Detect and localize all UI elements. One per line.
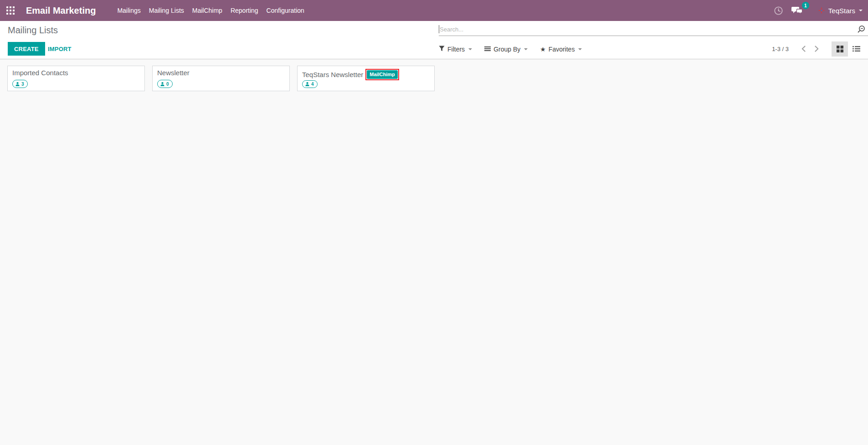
search-options: Filters Group By ★ Favorites [439, 42, 582, 56]
card-title: Imported Contacts [12, 69, 68, 77]
favorites-dropdown[interactable]: ★ Favorites [540, 46, 582, 53]
list-view-button[interactable] [848, 41, 864, 57]
contacts-count: 3 [21, 82, 24, 87]
star-icon: ★ [540, 46, 546, 52]
contacts-count-badge: 4 [302, 80, 318, 88]
chevron-down-icon [859, 10, 863, 11]
import-button[interactable]: IMPORT [42, 42, 77, 56]
filters-dropdown[interactable]: Filters [439, 46, 472, 53]
mailing-list-card-teqstars-newsletter[interactable]: TeqStars Newsletter MailChimp 4 [297, 66, 435, 91]
kanban-view-icon [837, 46, 843, 52]
favorites-label: Favorites [549, 46, 575, 53]
messages-count-badge: 1 [802, 2, 809, 9]
navbar-right: 1 TeqStars [774, 6, 863, 16]
mailing-list-card-imported-contacts[interactable]: Imported Contacts 3 [7, 66, 145, 91]
group-by-label: Group By [493, 46, 520, 53]
control-panel: Mailing Lists CREATE IMPORT Filters [0, 21, 868, 59]
kanban-view: Imported Contacts 3 Newsletter 0 TeqStar… [0, 59, 868, 91]
person-icon [160, 82, 164, 86]
top-navbar: Email Marketing Mailings Mailing Lists M… [0, 0, 868, 21]
menu-item-mailing-lists[interactable]: Mailing Lists [145, 0, 188, 21]
menu-item-mailchimp[interactable]: MailChimp [188, 0, 226, 21]
apps-menu-icon[interactable] [6, 6, 15, 15]
person-icon [305, 82, 309, 86]
person-icon [15, 82, 20, 86]
user-avatar-icon [818, 7, 825, 14]
pager-next-button[interactable] [810, 44, 823, 54]
chevron-down-icon [578, 48, 582, 50]
view-switcher [832, 41, 864, 57]
contacts-count: 4 [311, 82, 314, 87]
search-input[interactable] [440, 23, 854, 36]
mailing-list-card-newsletter[interactable]: Newsletter 0 [152, 66, 290, 91]
user-menu[interactable]: TeqStars [818, 7, 863, 15]
kanban-view-button[interactable] [832, 41, 848, 57]
control-panel-row: CREATE IMPORT Filters Group By [0, 42, 868, 56]
chevron-down-icon [524, 48, 528, 50]
page-title: Mailing Lists [8, 25, 58, 36]
text-cursor [439, 25, 439, 33]
pager-range: 1-3 / 3 [772, 46, 789, 52]
chevron-down-icon [468, 48, 472, 50]
menu-item-configuration[interactable]: Configuration [262, 0, 308, 21]
mailchimp-tag-badge[interactable]: MailChimp [367, 70, 398, 79]
group-by-dropdown[interactable]: Group By [484, 46, 528, 53]
filters-label: Filters [447, 46, 465, 53]
contacts-count: 0 [166, 82, 169, 87]
activities-clock-icon[interactable] [774, 6, 783, 16]
contacts-count-badge: 3 [12, 80, 28, 88]
pager: 1-3 / 3 [772, 41, 864, 57]
group-by-icon [484, 46, 491, 53]
main-menu: Mailings Mailing Lists MailChimp Reporti… [113, 0, 308, 21]
messages-icon[interactable]: 1 [791, 6, 803, 15]
pager-previous-button[interactable] [797, 44, 810, 54]
card-title: TeqStars Newsletter [302, 71, 363, 78]
contacts-count-badge: 0 [157, 80, 173, 88]
filter-funnel-icon [439, 46, 445, 53]
user-name: TeqStars [828, 7, 855, 15]
menu-item-reporting[interactable]: Reporting [226, 0, 262, 21]
app-title: Email Marketing [26, 5, 96, 16]
search-icon[interactable] [857, 25, 865, 35]
list-view-icon [853, 46, 860, 52]
search-box [439, 23, 868, 36]
click-target-highlight: MailChimp [365, 69, 399, 80]
menu-item-mailings[interactable]: Mailings [113, 0, 144, 21]
create-button[interactable]: CREATE [8, 42, 45, 56]
card-title: Newsletter [157, 69, 190, 77]
